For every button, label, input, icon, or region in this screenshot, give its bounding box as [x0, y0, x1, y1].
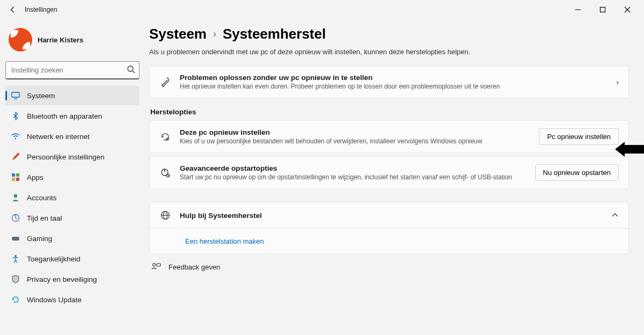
feedback-row[interactable]: Feedback geven	[149, 257, 629, 276]
main-content: Systeem › Systeemherstel Als u problemen…	[145, 19, 644, 335]
svg-point-11	[14, 194, 17, 198]
advanced-startup-card: Geavanceerde opstartopties Start uw pc n…	[149, 156, 629, 189]
chevron-right-icon: ›	[616, 78, 619, 86]
accessibility-icon	[11, 254, 20, 263]
nav-label: Netwerk en internet	[27, 133, 90, 141]
clock-globe-icon	[11, 214, 20, 222]
svg-point-14	[14, 255, 17, 257]
close-button[interactable]	[615, 1, 640, 18]
card-desc: Start uw pc nu opnieuw op om de opstarti…	[180, 173, 526, 181]
sidebar-item-gaming[interactable]: Gaming	[5, 229, 140, 248]
svg-rect-9	[12, 178, 15, 181]
sidebar-item-privacy[interactable]: Privacy en beveiliging	[5, 270, 140, 289]
card-title: Deze pc opnieuw instellen	[180, 128, 530, 136]
svg-point-6	[15, 138, 16, 139]
chevron-up-icon	[611, 213, 619, 218]
nav-label: Toegankelijkheid	[27, 255, 80, 263]
maximize-button[interactable]	[590, 1, 615, 18]
reset-pc-button[interactable]: Pc opnieuw instellen	[539, 128, 619, 145]
brush-icon	[11, 152, 20, 161]
svg-rect-13	[12, 237, 19, 241]
card-title: Geavanceerde opstartopties	[180, 164, 526, 172]
sidebar-item-toegankelijk[interactable]: Toegankelijkheid	[5, 249, 140, 268]
help-title: Hulp bij Systeemherstel	[180, 212, 603, 220]
feedback-label: Feedback geven	[169, 263, 220, 271]
globe-icon	[159, 210, 171, 221]
breadcrumb: Systeem › Systeemherstel	[149, 26, 629, 42]
svg-rect-1	[601, 8, 605, 12]
shield-icon	[11, 275, 20, 283]
nav: Systeem Bluetooth en apparaten Netwerk e…	[5, 86, 140, 309]
sidebar-item-update[interactable]: Windows Update	[5, 290, 140, 309]
search-input[interactable]	[5, 61, 140, 79]
feedback-icon	[151, 263, 161, 271]
person-icon	[11, 193, 20, 202]
sidebar-item-systeem[interactable]: Systeem	[5, 86, 140, 105]
sidebar-item-tijd[interactable]: Tijd en taal	[5, 208, 140, 228]
sidebar-item-apps[interactable]: Apps	[5, 168, 140, 187]
breadcrumb-page: Systeemherstel	[223, 26, 326, 42]
title-bar: Instellingen	[0, 0, 644, 19]
nav-label: Apps	[27, 173, 43, 181]
page-subtitle: Als u problemen ondervindt met uw pc of …	[149, 48, 629, 56]
help-expander: Hulp bij Systeemherstel Een herstelstati…	[149, 202, 629, 254]
nav-label: Gaming	[27, 235, 52, 243]
nav-label: Systeem	[27, 92, 55, 100]
bluetooth-icon	[11, 112, 20, 120]
wifi-icon	[11, 133, 20, 140]
display-icon	[11, 91, 20, 100]
svg-point-2	[128, 66, 133, 71]
card-desc: Het opnieuw instellen kan even duren. Pr…	[180, 83, 608, 90]
card-desc: Kies of u uw persoonlijke bestanden wilt…	[180, 137, 530, 145]
annotation-arrow	[615, 142, 644, 157]
nav-label: Windows Update	[27, 296, 82, 304]
svg-rect-7	[12, 173, 15, 177]
svg-line-3	[133, 71, 135, 73]
sidebar-item-persoonlijk[interactable]: Persoonlijke instellingen	[5, 147, 140, 166]
nav-label: Persoonlijke instellingen	[27, 153, 105, 161]
svg-rect-8	[16, 173, 19, 177]
help-link-herstelstation[interactable]: Een herstelstation maken	[185, 237, 264, 245]
nav-label: Bluetooth en apparaten	[27, 112, 102, 120]
section-herstelopties: Herstelopties	[150, 108, 629, 116]
reset-icon	[159, 132, 171, 142]
sidebar-item-netwerk[interactable]: Netwerk en internet	[5, 127, 140, 146]
profile-block[interactable]: Harrie Kisters	[5, 24, 140, 59]
card-title: Problemen oplossen zonder uw pc opnieuw …	[180, 74, 608, 82]
nav-label: Tijd en taal	[27, 214, 62, 222]
apps-icon	[11, 173, 20, 181]
svg-rect-4	[12, 92, 19, 97]
update-icon	[11, 295, 20, 304]
help-header[interactable]: Hulp bij Systeemherstel	[150, 202, 628, 228]
troubleshoot-card[interactable]: Problemen oplossen zonder uw pc opnieuw …	[149, 65, 629, 98]
search-icon	[127, 65, 135, 74]
minimize-button[interactable]	[566, 1, 590, 18]
power-settings-icon	[159, 168, 171, 178]
breadcrumb-root[interactable]: Systeem	[149, 26, 207, 42]
svg-point-22	[153, 264, 156, 266]
nav-label: Accounts	[27, 194, 57, 202]
search-box	[5, 61, 140, 79]
help-content: Een herstelstation maken	[150, 228, 628, 253]
sidebar-item-accounts[interactable]: Accounts	[5, 188, 140, 207]
profile-name: Harrie Kisters	[38, 36, 83, 44]
app-title: Instellingen	[25, 6, 57, 13]
svg-rect-10	[16, 178, 19, 181]
avatar	[9, 28, 32, 52]
back-button[interactable]	[4, 1, 21, 18]
sidebar: Harrie Kisters Systeem Bluetooth en appa…	[0, 19, 145, 335]
sidebar-item-bluetooth[interactable]: Bluetooth en apparaten	[5, 106, 140, 126]
wrench-icon	[159, 77, 171, 88]
gaming-icon	[11, 235, 20, 242]
chevron-right-icon: ›	[213, 28, 216, 40]
reset-pc-card: Deze pc opnieuw instellen Kies of u uw p…	[149, 120, 629, 153]
restart-now-button[interactable]: Nu opnieuw opstarten	[535, 164, 619, 181]
svg-rect-23	[157, 264, 160, 266]
nav-label: Privacy en beveiliging	[27, 275, 97, 283]
